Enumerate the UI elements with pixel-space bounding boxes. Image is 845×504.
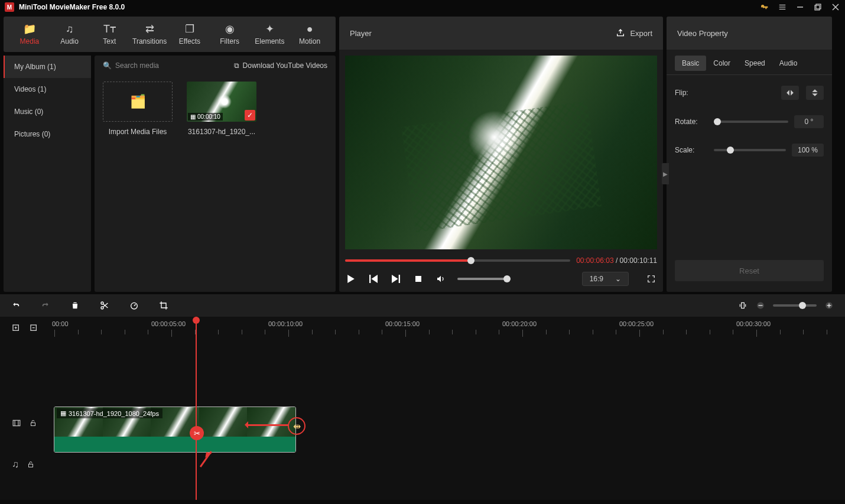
- media-clip[interactable]: ▦ 00:00:10 ✓ 3161307-hd_1920_...: [187, 82, 256, 136]
- svg-rect-31: [31, 423, 35, 426]
- tab-motion[interactable]: ● Motion: [290, 23, 330, 45]
- sidebar-item-videos[interactable]: Videos (1): [4, 78, 91, 100]
- timeline-clip[interactable]: ▦ 3161307-hd_1920_1080_24fps: [54, 407, 296, 453]
- prop-tab-speed[interactable]: Speed: [737, 56, 772, 71]
- rotate-value[interactable]: 0 °: [794, 115, 824, 128]
- prop-tab-audio[interactable]: Audio: [772, 56, 805, 71]
- svg-marker-15: [786, 90, 789, 95]
- volume-icon[interactable]: [435, 273, 447, 285]
- player-progress[interactable]: 00:00:06:03 / 00:00:10:11: [345, 255, 657, 266]
- delete-button[interactable]: [70, 300, 80, 311]
- next-frame-button[interactable]: [390, 273, 402, 285]
- transitions-icon: ⇄: [145, 23, 154, 35]
- time-separator: /: [616, 256, 620, 265]
- lock-icon[interactable]: [30, 419, 37, 427]
- rotate-slider[interactable]: [714, 121, 788, 123]
- total-time: 00:00:10:11: [620, 256, 657, 265]
- import-media-button[interactable]: 🗂️: [103, 82, 173, 122]
- prop-tab-color[interactable]: Color: [706, 56, 737, 71]
- scale-slider[interactable]: [714, 149, 786, 151]
- tab-label: Filters: [220, 37, 239, 45]
- remove-track-button[interactable]: [30, 324, 39, 333]
- tab-label: Audio: [60, 37, 79, 45]
- play-button[interactable]: [345, 273, 357, 285]
- tab-label: Elements: [255, 37, 284, 45]
- sidebar-item-label: Pictures (0): [14, 130, 50, 138]
- rotate-label: Rotate:: [675, 118, 708, 126]
- clip-label: 3161307-hd_1920_1080_24fps: [69, 410, 159, 417]
- aspect-ratio-select[interactable]: 16:9 ⌄: [582, 272, 629, 286]
- svg-rect-24: [759, 305, 763, 305]
- annotation-arrow: [241, 423, 288, 427]
- ruler-label: 00:00:30:00: [736, 320, 771, 327]
- sidebar-item-label: My Album (1): [14, 63, 56, 71]
- volume-slider[interactable]: [457, 278, 511, 280]
- timeline-toolbar: [0, 294, 845, 317]
- undo-button[interactable]: [11, 300, 21, 311]
- export-button[interactable]: Export: [616, 28, 652, 38]
- zoom-slider[interactable]: [773, 304, 817, 307]
- minimize-icon[interactable]: [795, 2, 805, 12]
- stop-button[interactable]: [412, 273, 424, 285]
- top-tabs: 📁 Media ♫ Audio Tᴛ Text ⇄ Transitions ❐ …: [4, 17, 336, 52]
- aspect-value: 16:9: [590, 275, 603, 283]
- download-youtube-button[interactable]: ⧉ Download YouTube Videos: [234, 61, 327, 70]
- tab-label: Transitions: [132, 37, 167, 45]
- audio-track-icon: ♫: [12, 459, 19, 470]
- filters-icon: ◉: [225, 23, 235, 35]
- tab-transitions[interactable]: ⇄ Transitions: [129, 23, 170, 45]
- effects-icon: ❐: [185, 23, 194, 35]
- fullscreen-button[interactable]: [645, 273, 657, 285]
- sidebar-item-pictures[interactable]: Pictures (0): [4, 123, 91, 145]
- sidebar-item-music[interactable]: Music (0): [4, 100, 91, 123]
- search-placeholder: Search media: [115, 61, 159, 70]
- split-button[interactable]: [99, 300, 110, 311]
- svg-rect-27: [828, 304, 829, 308]
- menu-icon[interactable]: [778, 2, 787, 12]
- ruler-label: 00:00:15:00: [385, 320, 420, 327]
- crop-button[interactable]: [158, 300, 169, 311]
- timeline-ruler[interactable]: 00:00 00:00:05:00 00:00:10:00 00:00:15:0…: [47, 317, 845, 340]
- reset-button[interactable]: Reset: [675, 260, 824, 281]
- scale-value[interactable]: 100 %: [792, 144, 824, 157]
- tab-media[interactable]: 📁 Media: [9, 23, 50, 45]
- filmstrip-icon: ▦: [60, 409, 66, 417]
- svg-rect-32: [29, 464, 33, 467]
- close-icon[interactable]: [831, 2, 840, 12]
- search-input[interactable]: 🔍 Search media: [103, 61, 234, 70]
- playhead[interactable]: [196, 317, 197, 500]
- media-sidebar: My Album (1) Videos (1) Music (0) Pictur…: [4, 56, 91, 292]
- fit-zoom-button[interactable]: [737, 300, 748, 311]
- flip-horizontal-button[interactable]: [781, 86, 799, 100]
- key-icon[interactable]: [760, 2, 769, 12]
- flip-vertical-button[interactable]: [806, 86, 824, 100]
- tab-audio[interactable]: ♫ Audio: [50, 23, 90, 45]
- tab-label: Text: [103, 37, 116, 45]
- maximize-icon[interactable]: [813, 2, 823, 12]
- add-track-button[interactable]: [12, 324, 21, 333]
- redo-button[interactable]: [40, 300, 51, 311]
- panel-collapse-handle[interactable]: ▶: [662, 163, 669, 184]
- player-preview[interactable]: [345, 56, 657, 249]
- sidebar-item-myalbum[interactable]: My Album (1): [4, 56, 91, 78]
- zoom-out-button[interactable]: [755, 300, 766, 311]
- speed-button[interactable]: [129, 300, 139, 311]
- app-logo: M: [5, 2, 14, 12]
- timeline[interactable]: ♫ 00:00 00:00:05:00 00:00:10:00 00:00:15…: [0, 317, 845, 500]
- tab-effects[interactable]: ❐ Effects: [170, 23, 210, 45]
- prev-frame-button[interactable]: [368, 273, 379, 285]
- tab-filters[interactable]: ◉ Filters: [210, 23, 250, 45]
- elements-icon: ✦: [265, 23, 274, 35]
- zoom-in-button[interactable]: [824, 300, 834, 311]
- tab-text[interactable]: Tᴛ Text: [90, 23, 130, 45]
- tab-label: Media: [20, 37, 40, 45]
- lock-icon[interactable]: [27, 460, 34, 469]
- svg-rect-30: [13, 420, 20, 425]
- tab-label: Basic: [682, 59, 699, 67]
- tab-elements[interactable]: ✦ Elements: [250, 23, 290, 45]
- filmstrip-icon: ▦: [190, 113, 196, 120]
- tab-label: Speed: [745, 59, 765, 67]
- prop-tab-basic[interactable]: Basic: [675, 56, 706, 71]
- svg-marker-17: [812, 89, 817, 92]
- clip-duration: 00:00:10: [197, 113, 220, 120]
